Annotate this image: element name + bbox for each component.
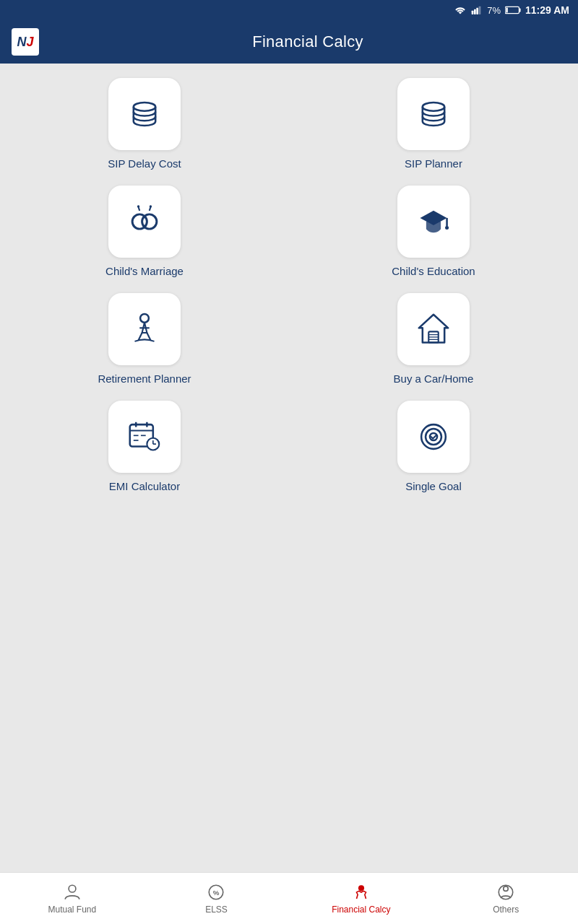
status-bar: 7% 11:29 AM — [0, 0, 578, 20]
sip-delay-cost-label: SIP Delay Cost — [108, 157, 181, 170]
app-bar: NJ Financial Calcy — [0, 20, 578, 64]
sip-delay-cost-card[interactable]: SIP Delay Cost — [22, 78, 267, 170]
rings-icon — [125, 202, 164, 241]
wifi-icon — [454, 5, 467, 15]
childs-marriage-icon-box — [108, 186, 181, 258]
battery-text: 7% — [487, 5, 501, 16]
childs-education-icon-box — [397, 186, 470, 258]
svg-rect-6 — [519, 8, 521, 12]
svg-rect-2 — [477, 8, 479, 14]
nav-others[interactable]: Others — [477, 883, 535, 915]
nav-others-label: Others — [493, 905, 519, 915]
time-display: 11:29 AM — [525, 4, 569, 16]
sip-planner-card[interactable]: SIP Planner — [311, 78, 556, 170]
childs-marriage-label: Child's Marriage — [105, 265, 184, 277]
svg-rect-0 — [472, 11, 474, 14]
retirement-planner-icon-box — [108, 293, 181, 365]
sip-delay-cost-icon-box — [108, 78, 181, 150]
nav-financial-calcy[interactable]: Financial Calcy — [332, 883, 390, 915]
svg-text:%: % — [213, 889, 220, 897]
nav-elss[interactable]: % ELSS — [187, 883, 245, 915]
financial-calcy-icon — [352, 883, 371, 902]
retirement-planner-label: Retirement Planner — [98, 372, 191, 385]
svg-rect-3 — [479, 6, 481, 14]
svg-point-44 — [504, 886, 509, 891]
others-icon — [496, 883, 515, 902]
target-icon — [414, 417, 453, 456]
buy-car-home-card[interactable]: Buy a Car/Home — [311, 293, 556, 385]
svg-point-39 — [69, 885, 76, 892]
svg-point-12 — [137, 205, 139, 207]
app-title: Financial Calcy — [49, 32, 566, 51]
nav-elss-label: ELSS — [205, 905, 228, 915]
single-goal-label: Single Goal — [405, 480, 462, 492]
svg-rect-1 — [474, 9, 476, 14]
content-area: SIP Delay Cost SIP Planner — [0, 64, 578, 872]
svg-point-37 — [426, 429, 441, 445]
svg-point-7 — [134, 103, 155, 111]
sip-planner-label: SIP Planner — [405, 157, 462, 170]
battery-icon — [505, 6, 521, 14]
nav-mutual-fund[interactable]: Mutual Fund — [43, 883, 101, 915]
svg-rect-5 — [506, 8, 508, 13]
childs-education-label: Child's Education — [392, 265, 475, 277]
emi-calculator-label: EMI Calculator — [109, 480, 180, 492]
svg-point-14 — [150, 205, 152, 207]
mutual-fund-icon — [63, 883, 82, 902]
single-goal-card[interactable]: Single Goal — [311, 401, 556, 492]
graduation-icon — [414, 202, 453, 241]
emi-calculator-icon-box — [108, 401, 181, 473]
retirement-planner-card[interactable]: Retirement Planner — [22, 293, 267, 385]
nav-mutual-fund-label: Mutual Fund — [48, 905, 96, 915]
signal-icon — [471, 5, 483, 15]
tools-grid: SIP Delay Cost SIP Planner — [22, 78, 556, 492]
sip-planner-icon — [414, 95, 453, 134]
svg-point-18 — [140, 314, 149, 323]
house-icon — [414, 310, 453, 349]
childs-education-card[interactable]: Child's Education — [311, 186, 556, 277]
rocking-chair-icon — [125, 310, 164, 349]
svg-point-8 — [423, 103, 444, 111]
app-logo: NJ — [12, 28, 39, 56]
calendar-clock-icon — [125, 417, 164, 456]
svg-point-10 — [142, 214, 157, 229]
svg-point-17 — [445, 226, 449, 230]
coins-icon — [125, 95, 164, 134]
buy-car-home-label: Buy a Car/Home — [394, 372, 474, 385]
elss-icon: % — [207, 883, 225, 902]
single-goal-icon-box — [397, 401, 470, 473]
buy-car-home-icon-box — [397, 293, 470, 365]
childs-marriage-card[interactable]: Child's Marriage — [22, 186, 267, 277]
emi-calculator-card[interactable]: EMI Calculator — [22, 401, 267, 492]
sip-planner-icon-box — [397, 78, 470, 150]
svg-point-42 — [358, 885, 364, 891]
bottom-nav: Mutual Fund % ELSS Financial Calcy Other… — [0, 872, 578, 924]
nav-financial-calcy-label: Financial Calcy — [332, 905, 390, 915]
